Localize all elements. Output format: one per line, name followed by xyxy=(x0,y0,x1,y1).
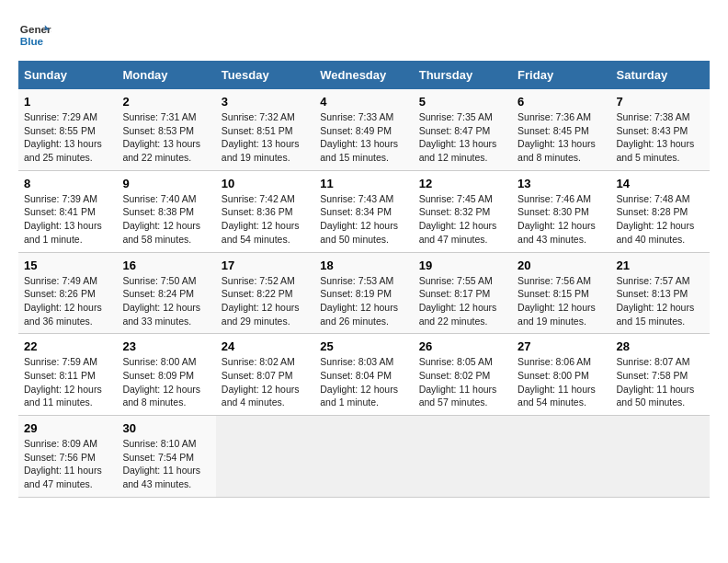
day-number: 5 xyxy=(419,95,506,109)
day-info: Sunrise: 8:07 AMSunset: 7:58 PMDaylight:… xyxy=(617,355,704,409)
col-header-saturday: Saturday xyxy=(611,61,710,89)
day-number: 28 xyxy=(617,339,704,353)
day-cell: 7 Sunrise: 7:38 AMSunset: 8:43 PMDayligh… xyxy=(611,89,710,170)
day-number: 16 xyxy=(122,259,210,272)
day-number: 19 xyxy=(419,259,506,272)
day-cell: 19 Sunrise: 7:55 AMSunset: 8:17 PMDaylig… xyxy=(414,252,512,334)
day-cell: 28 Sunrise: 8:07 AMSunset: 7:58 PMDaylig… xyxy=(611,334,710,416)
day-cell: 12 Sunrise: 7:45 AMSunset: 8:32 PMDaylig… xyxy=(414,170,512,252)
day-number: 14 xyxy=(617,177,704,190)
day-number: 25 xyxy=(320,339,407,353)
day-cell: 11 Sunrise: 7:43 AMSunset: 8:34 PMDaylig… xyxy=(314,170,413,252)
day-number: 6 xyxy=(518,95,605,109)
day-cell: 13 Sunrise: 7:46 AMSunset: 8:30 PMDaylig… xyxy=(512,170,610,252)
day-info: Sunrise: 8:00 AMSunset: 8:09 PMDaylight:… xyxy=(122,355,210,409)
day-number: 30 xyxy=(122,421,210,435)
day-cell: 29 Sunrise: 8:09 AMSunset: 7:56 PMDaylig… xyxy=(18,416,117,498)
day-info: Sunrise: 8:10 AMSunset: 7:54 PMDaylight:… xyxy=(122,437,210,491)
day-cell: 30 Sunrise: 8:10 AMSunset: 7:54 PMDaylig… xyxy=(117,416,215,498)
day-number: 9 xyxy=(122,177,210,190)
day-number: 3 xyxy=(222,95,309,109)
day-cell: 24 Sunrise: 8:02 AMSunset: 8:07 PMDaylig… xyxy=(216,334,314,416)
day-cell: 20 Sunrise: 7:56 AMSunset: 8:15 PMDaylig… xyxy=(512,252,610,334)
day-cell: 6 Sunrise: 7:36 AMSunset: 8:45 PMDayligh… xyxy=(512,89,610,170)
logo: General Blue xyxy=(18,18,55,52)
day-number: 11 xyxy=(320,177,407,190)
day-info: Sunrise: 7:31 AMSunset: 8:53 PMDaylight:… xyxy=(122,110,210,165)
day-number: 22 xyxy=(24,339,111,353)
day-info: Sunrise: 7:36 AMSunset: 8:45 PMDaylight:… xyxy=(518,110,605,165)
col-header-friday: Friday xyxy=(512,61,610,89)
day-info: Sunrise: 7:43 AMSunset: 8:34 PMDaylight:… xyxy=(320,192,407,247)
day-info: Sunrise: 7:57 AMSunset: 8:13 PMDaylight:… xyxy=(617,274,704,328)
day-number: 17 xyxy=(222,259,309,272)
day-info: Sunrise: 7:59 AMSunset: 8:11 PMDaylight:… xyxy=(24,355,111,409)
day-number: 1 xyxy=(24,95,111,109)
week-row-3: 15 Sunrise: 7:49 AMSunset: 8:26 PMDaylig… xyxy=(18,252,710,334)
day-info: Sunrise: 7:29 AMSunset: 8:55 PMDaylight:… xyxy=(24,110,111,165)
day-cell: 17 Sunrise: 7:52 AMSunset: 8:22 PMDaylig… xyxy=(216,252,314,334)
day-number: 8 xyxy=(24,177,111,190)
day-info: Sunrise: 7:48 AMSunset: 8:28 PMDaylight:… xyxy=(617,192,704,247)
day-cell xyxy=(314,416,413,498)
day-number: 21 xyxy=(617,259,704,272)
day-info: Sunrise: 8:03 AMSunset: 8:04 PMDaylight:… xyxy=(320,355,407,409)
day-info: Sunrise: 7:49 AMSunset: 8:26 PMDaylight:… xyxy=(24,274,111,328)
day-number: 2 xyxy=(122,95,210,109)
day-cell: 23 Sunrise: 8:00 AMSunset: 8:09 PMDaylig… xyxy=(117,334,215,416)
day-number: 10 xyxy=(222,177,309,190)
day-info: Sunrise: 7:35 AMSunset: 8:47 PMDaylight:… xyxy=(419,110,506,165)
col-header-wednesday: Wednesday xyxy=(314,61,413,89)
day-number: 13 xyxy=(518,177,605,190)
day-number: 15 xyxy=(24,259,111,272)
day-number: 12 xyxy=(419,177,506,190)
day-number: 27 xyxy=(518,339,605,353)
day-info: Sunrise: 7:42 AMSunset: 8:36 PMDaylight:… xyxy=(222,192,309,247)
day-cell xyxy=(611,416,710,498)
day-number: 26 xyxy=(419,339,506,353)
day-cell: 16 Sunrise: 7:50 AMSunset: 8:24 PMDaylig… xyxy=(117,252,215,334)
col-header-tuesday: Tuesday xyxy=(216,61,314,89)
day-info: Sunrise: 7:40 AMSunset: 8:38 PMDaylight:… xyxy=(122,192,210,247)
day-info: Sunrise: 7:50 AMSunset: 8:24 PMDaylight:… xyxy=(122,274,210,328)
day-cell: 21 Sunrise: 7:57 AMSunset: 8:13 PMDaylig… xyxy=(611,252,710,334)
day-cell: 1 Sunrise: 7:29 AMSunset: 8:55 PMDayligh… xyxy=(18,89,117,170)
day-info: Sunrise: 8:09 AMSunset: 7:56 PMDaylight:… xyxy=(24,437,111,491)
day-cell: 4 Sunrise: 7:33 AMSunset: 8:49 PMDayligh… xyxy=(314,89,413,170)
day-cell: 10 Sunrise: 7:42 AMSunset: 8:36 PMDaylig… xyxy=(216,170,314,252)
day-cell: 14 Sunrise: 7:48 AMSunset: 8:28 PMDaylig… xyxy=(611,170,710,252)
day-cell xyxy=(216,416,314,498)
day-info: Sunrise: 7:38 AMSunset: 8:43 PMDaylight:… xyxy=(617,110,704,165)
day-info: Sunrise: 8:06 AMSunset: 8:00 PMDaylight:… xyxy=(518,355,605,409)
day-number: 20 xyxy=(518,259,605,272)
day-number: 7 xyxy=(617,95,704,109)
week-row-2: 8 Sunrise: 7:39 AMSunset: 8:41 PMDayligh… xyxy=(18,170,710,252)
col-header-thursday: Thursday xyxy=(414,61,512,89)
day-number: 18 xyxy=(320,259,407,272)
day-info: Sunrise: 7:56 AMSunset: 8:15 PMDaylight:… xyxy=(518,274,605,328)
day-info: Sunrise: 7:53 AMSunset: 8:19 PMDaylight:… xyxy=(320,274,407,328)
header-row: SundayMondayTuesdayWednesdayThursdayFrid… xyxy=(18,61,710,89)
svg-text:Blue: Blue xyxy=(20,35,44,47)
day-cell: 26 Sunrise: 8:05 AMSunset: 8:02 PMDaylig… xyxy=(414,334,512,416)
day-info: Sunrise: 8:05 AMSunset: 8:02 PMDaylight:… xyxy=(419,355,506,409)
week-row-5: 29 Sunrise: 8:09 AMSunset: 7:56 PMDaylig… xyxy=(18,416,710,498)
day-cell xyxy=(512,416,610,498)
day-info: Sunrise: 7:46 AMSunset: 8:30 PMDaylight:… xyxy=(518,192,605,247)
day-cell: 25 Sunrise: 8:03 AMSunset: 8:04 PMDaylig… xyxy=(314,334,413,416)
col-header-sunday: Sunday xyxy=(18,61,117,89)
day-info: Sunrise: 7:55 AMSunset: 8:17 PMDaylight:… xyxy=(419,274,506,328)
day-info: Sunrise: 7:52 AMSunset: 8:22 PMDaylight:… xyxy=(222,274,309,328)
day-number: 4 xyxy=(320,95,407,109)
day-cell: 15 Sunrise: 7:49 AMSunset: 8:26 PMDaylig… xyxy=(18,252,117,334)
day-info: Sunrise: 7:32 AMSunset: 8:51 PMDaylight:… xyxy=(222,110,309,165)
day-info: Sunrise: 7:33 AMSunset: 8:49 PMDaylight:… xyxy=(320,110,407,165)
day-cell: 5 Sunrise: 7:35 AMSunset: 8:47 PMDayligh… xyxy=(414,89,512,170)
day-number: 29 xyxy=(24,421,111,435)
day-cell: 9 Sunrise: 7:40 AMSunset: 8:38 PMDayligh… xyxy=(117,170,215,252)
day-cell: 22 Sunrise: 7:59 AMSunset: 8:11 PMDaylig… xyxy=(18,334,117,416)
col-header-monday: Monday xyxy=(117,61,215,89)
day-cell: 3 Sunrise: 7:32 AMSunset: 8:51 PMDayligh… xyxy=(216,89,314,170)
day-info: Sunrise: 7:45 AMSunset: 8:32 PMDaylight:… xyxy=(419,192,506,247)
calendar-table: SundayMondayTuesdayWednesdayThursdayFrid… xyxy=(18,61,710,498)
